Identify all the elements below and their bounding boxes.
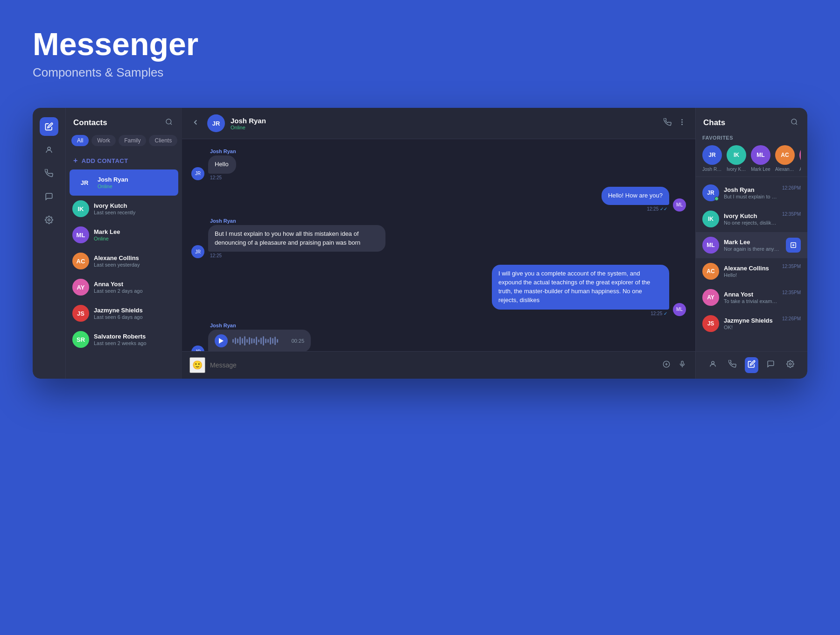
more-icon[interactable]: [678, 118, 686, 128]
filter-tabs: All Work Family Clients: [66, 135, 182, 152]
nav-chat-icon[interactable]: [764, 357, 777, 373]
contact-status: Last seen yesterday: [94, 262, 175, 268]
contact-item[interactable]: JS Jazmyne Shields Last seen 6 days ago: [66, 300, 182, 326]
chat-list-preview: No one rejects, dislikes, or avoids plea…: [724, 220, 777, 226]
contact-item[interactable]: JR Josh Ryan Online: [70, 169, 178, 196]
fav-name: Anna Yost: [799, 167, 801, 172]
nav-contacts-icon[interactable]: [40, 141, 58, 159]
message-avatar: JR: [191, 346, 204, 351]
contact-item[interactable]: SR Salvatore Roberts Last seen 2 weeks a…: [66, 326, 182, 353]
chat-list-item[interactable]: IK Ivory Kutch No one rejects, dislikes,…: [696, 206, 807, 232]
contacts-header: Contacts: [66, 108, 182, 135]
attach-button[interactable]: [661, 359, 672, 372]
filter-tab-work[interactable]: Work: [91, 135, 116, 146]
nav-messages-icon[interactable]: [40, 187, 58, 206]
nav-sidebar: [33, 108, 65, 379]
contact-info: Anna Yost Last seen 2 days ago: [94, 281, 175, 294]
chat-header-actions: [664, 118, 686, 128]
chat-header-status: Online: [231, 125, 658, 130]
svg-line-14: [796, 123, 797, 125]
favorite-item[interactable]: IK Ivory Kut...: [727, 145, 746, 172]
chat-list-item[interactable]: JR Josh Ryan But I must explain to you h…: [696, 180, 807, 206]
filter-tab-clients[interactable]: Clients: [149, 135, 177, 146]
contacts-panel: Contacts All Work Family Clients + ADD C…: [65, 108, 182, 379]
favorite-item[interactable]: JR Josh Ryan: [702, 145, 722, 172]
message-time: 12:25: [208, 175, 236, 180]
nav-profile-icon[interactable]: [706, 357, 720, 373]
divider: [696, 176, 807, 177]
message-bubble: But I must explain to you how all this m…: [208, 225, 385, 252]
svg-point-6: [681, 124, 683, 125]
message-sender: Josh Ryan: [208, 148, 236, 154]
contact-status: Last seen recently: [94, 210, 175, 215]
chat-list-preview: Hello!: [724, 272, 777, 278]
contact-name: Alexane Collins: [94, 254, 175, 261]
chat-avatar: ML: [702, 237, 719, 254]
message-bubble-wrap: Hello! How are you? 12:25 ✓✓: [602, 187, 669, 212]
svg-point-13: [791, 119, 797, 124]
chat-avatar: AC: [702, 263, 719, 280]
svg-point-0: [48, 147, 50, 150]
chat-list-item[interactable]: AC Alexane Collins Hello! 12:35PM: [696, 258, 807, 284]
nav-calls-icon[interactable]: [40, 164, 58, 183]
contact-item[interactable]: AC Alexane Collins Last seen yesterday: [66, 248, 182, 274]
favorite-item[interactable]: ML Mark Lee: [751, 145, 770, 172]
nav-compose-icon[interactable]: [745, 357, 758, 373]
nav-settings-icon[interactable]: [40, 211, 58, 229]
contact-name: Josh Ryan: [98, 176, 172, 183]
contact-status: Last seen 2 weeks ago: [94, 340, 175, 346]
contact-info: Alexane Collins Last seen yesterday: [94, 254, 175, 268]
chat-list-item[interactable]: JS Jazmyne Shields OK! 12:26PM: [696, 310, 807, 337]
chat-list-item[interactable]: AY Anna Yost To take a trivial example, …: [696, 284, 807, 310]
chat-list-time: 12:35PM: [782, 290, 801, 295]
message-bubble-wrap: Josh Ryan: [208, 323, 311, 351]
message-bubble: Hello! How are you?: [602, 187, 669, 205]
favorite-item[interactable]: AC Alexane...: [775, 145, 795, 172]
message-input[interactable]: [210, 361, 656, 369]
nav-settings-icon[interactable]: [784, 357, 797, 373]
filter-tab-family[interactable]: Family: [119, 135, 146, 146]
contact-info: Josh Ryan Online: [98, 176, 172, 189]
contact-item[interactable]: AY Anna Yost Last seen 2 days ago: [66, 274, 182, 300]
chats-title: Chats: [703, 118, 725, 127]
favorite-item[interactable]: AY Anna Yost: [799, 145, 801, 172]
chat-list-info: Anna Yost To take a trivial example, whi…: [724, 291, 777, 304]
chat-list-name: Anna Yost: [724, 291, 777, 298]
chat-avatar: JS: [702, 315, 719, 332]
contact-status: Online: [94, 236, 175, 241]
fav-avatar: IK: [727, 145, 746, 165]
filter-tab-all[interactable]: All: [71, 135, 89, 146]
play-button[interactable]: [215, 334, 228, 347]
call-icon[interactable]: [664, 118, 672, 128]
nav-call-icon[interactable]: [726, 357, 739, 373]
chat-list-name: Ivory Kutch: [724, 212, 777, 219]
contact-name: Salvatore Roberts: [94, 333, 175, 340]
mic-button[interactable]: [677, 359, 688, 372]
contact-item[interactable]: ML Mark Lee Online: [66, 222, 182, 248]
contacts-search-button[interactable]: [163, 116, 175, 129]
chat-list-name: Mark Lee: [724, 239, 781, 246]
contact-item[interactable]: IK Ivory Kutch Last seen recently: [66, 196, 182, 222]
avatar: ML: [72, 226, 89, 243]
nav-edit-icon[interactable]: [40, 117, 58, 136]
svg-rect-11: [681, 361, 683, 365]
emoji-button[interactable]: 🙂: [189, 357, 205, 373]
chats-header: Chats: [696, 108, 807, 135]
favorites-section: Favorites JR Josh Ryan IK Ivory Kut... M…: [696, 135, 807, 176]
chat-panel: JR Josh Ryan Online: [182, 108, 695, 379]
chats-search-button[interactable]: [789, 116, 800, 129]
chat-list-item[interactable]: ML Mark Lee Nor again is there anyone wh…: [696, 232, 807, 258]
add-contact-button[interactable]: + ADD CONTACT: [66, 152, 182, 169]
chat-header-name: Josh Ryan: [231, 117, 658, 125]
add-to-chat-button[interactable]: [786, 238, 801, 253]
message-bubble-wrap: Josh Ryan Hello 12:25: [208, 148, 236, 180]
chat-list-time: 12:26PM: [782, 185, 801, 190]
favorites-row: JR Josh Ryan IK Ivory Kut... ML Mark Lee…: [702, 145, 801, 172]
contact-status: Last seen 6 days ago: [94, 314, 175, 320]
contact-status: Online: [98, 183, 172, 189]
chat-list-time: 12:35PM: [782, 264, 801, 269]
contact-name: Jazmyne Shields: [94, 307, 175, 314]
back-button[interactable]: [191, 118, 200, 129]
message-group: ML Hello! How are you? 12:25 ✓✓: [191, 187, 686, 212]
message-row: ML Hello! How are you? 12:25 ✓✓: [191, 187, 686, 212]
